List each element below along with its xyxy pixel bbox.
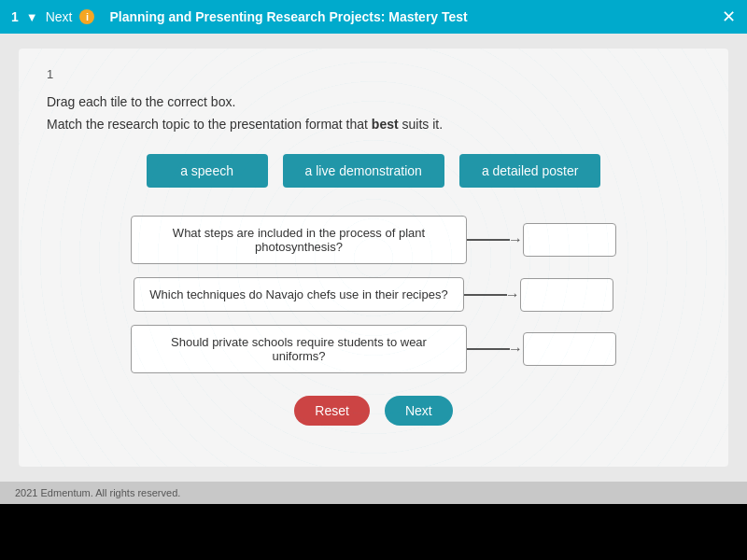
tile-live-demo[interactable]: a live demonstration bbox=[283, 154, 444, 188]
instruction-drag: Drag each tile to the correct box. bbox=[47, 94, 700, 109]
question-text-2: Which techniques do Navajo chefs use in … bbox=[134, 277, 463, 312]
answer-box-3[interactable] bbox=[523, 332, 616, 366]
nav-chevron: ▼ bbox=[26, 10, 38, 24]
arrow-icon-2: → bbox=[505, 287, 520, 303]
instruction-bold: best bbox=[372, 117, 399, 132]
arrow-icon-1: → bbox=[508, 231, 523, 248]
top-bar: 1 ▼ Next i Planning and Presenting Resea… bbox=[0, 0, 747, 34]
tiles-row: a speech a live demonstration a detailed… bbox=[47, 154, 700, 188]
bottom-buttons: Reset Next bbox=[47, 396, 700, 426]
instruction-prefix: Match the research topic to the presenta… bbox=[47, 117, 372, 132]
arrow-icon-3: → bbox=[508, 341, 523, 357]
nav-next-label[interactable]: Next bbox=[46, 9, 73, 24]
instruction-suffix: suits it. bbox=[399, 117, 443, 132]
table-row: What steps are included in the process o… bbox=[47, 216, 700, 264]
black-bar bbox=[0, 504, 747, 560]
content-area: 1 Drag each tile to the correct box. Mat… bbox=[0, 34, 747, 482]
tile-speech[interactable]: a speech bbox=[147, 154, 268, 188]
instruction-match: Match the research topic to the presenta… bbox=[47, 117, 700, 132]
question-number-label: 1 bbox=[47, 67, 700, 81]
arrow-1: → bbox=[467, 231, 523, 248]
table-row: Which techniques do Navajo chefs use in … bbox=[47, 277, 700, 312]
arrow-3: → bbox=[467, 341, 523, 357]
answer-box-1[interactable] bbox=[523, 223, 616, 257]
question-text-1: What steps are included in the process o… bbox=[131, 216, 467, 264]
reset-button[interactable]: Reset bbox=[294, 396, 370, 426]
question-text-3: Should private schools require students … bbox=[131, 325, 467, 373]
arrow-2: → bbox=[464, 287, 520, 303]
tile-detailed-poster[interactable]: a detailed poster bbox=[459, 154, 601, 188]
table-row: Should private schools require students … bbox=[47, 325, 700, 373]
footer: 2021 Edmentum. All rights reserved. bbox=[0, 482, 747, 504]
page-title: Planning and Presenting Research Project… bbox=[109, 9, 714, 24]
question-rows: What steps are included in the process o… bbox=[47, 216, 700, 373]
question-container: 1 Drag each tile to the correct box. Mat… bbox=[19, 49, 728, 467]
footer-text: 2021 Edmentum. All rights reserved. bbox=[15, 487, 180, 498]
next-button[interactable]: Next bbox=[385, 396, 453, 426]
close-button[interactable]: ✕ bbox=[722, 7, 736, 27]
nav-info-icon[interactable]: i bbox=[79, 9, 94, 24]
question-nav-number: 1 bbox=[11, 9, 19, 24]
answer-box-2[interactable] bbox=[520, 278, 613, 312]
